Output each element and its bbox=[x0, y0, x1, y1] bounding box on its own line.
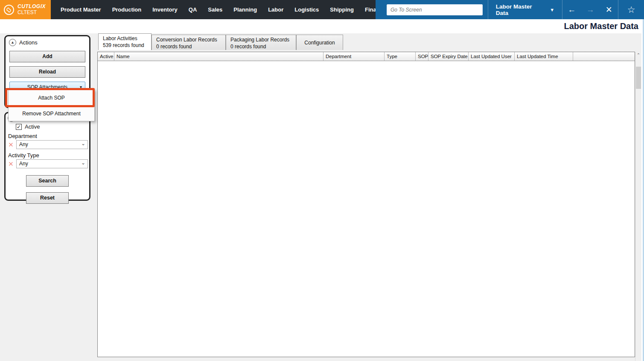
screen-selector-dropdown[interactable]: Labor Master Data ▼ bbox=[488, 0, 562, 19]
active-checkbox[interactable]: ✓ bbox=[16, 124, 22, 130]
environment-name: CLTEST bbox=[17, 10, 46, 15]
activity-type-label: Activity Type bbox=[8, 152, 89, 158]
department-select[interactable]: Any ⌄ bbox=[16, 140, 88, 149]
tab-record-count: 539 records found bbox=[103, 42, 147, 48]
app-logo: CUTLOGIX CLTEST bbox=[0, 0, 51, 19]
tab-label: Packaging Labor Records bbox=[230, 37, 291, 43]
tab-record-count: 0 records found bbox=[156, 44, 221, 50]
add-button[interactable]: Add bbox=[9, 51, 85, 62]
vertical-scrollbar[interactable]: ⌃ bbox=[635, 52, 641, 361]
department-label: Department bbox=[8, 133, 89, 139]
tab-label: Conversion Labor Records bbox=[156, 37, 221, 43]
chevron-down-icon: ⌄ bbox=[81, 159, 85, 167]
clear-department-icon[interactable]: ✕ bbox=[8, 141, 14, 149]
brand-name: CUTLOGIX bbox=[17, 4, 46, 9]
page-title: Labor Master Data bbox=[564, 21, 639, 31]
activity-type-value: Any bbox=[19, 161, 28, 167]
tab-record-count: 0 records found bbox=[230, 44, 291, 50]
tab-configuration[interactable]: Configuration bbox=[296, 35, 343, 50]
nav-item-inventory[interactable]: Inventory bbox=[147, 6, 183, 13]
column-header-last-updated-time[interactable]: Last Updated Time bbox=[515, 52, 573, 61]
scroll-up-arrow-icon[interactable]: ⌃ bbox=[635, 52, 641, 59]
actions-panel-title: Actions bbox=[19, 39, 38, 46]
close-screen-button[interactable]: ✕ bbox=[600, 5, 618, 15]
clear-activity-type-icon[interactable]: ✕ bbox=[8, 160, 14, 168]
column-header-last-updated-user[interactable]: Last Updated User bbox=[469, 52, 515, 61]
tab-labor-activities[interactable]: Labor Activities539 records found bbox=[98, 33, 152, 50]
search-button[interactable]: Search bbox=[26, 175, 69, 187]
activity-type-select[interactable]: Any ⌄ bbox=[16, 159, 88, 168]
nav-item-qa[interactable]: QA bbox=[183, 6, 203, 13]
grid-header-row: ActiveNameDepartmentTypeSOPSOP Expiry Da… bbox=[98, 52, 635, 61]
reset-button[interactable]: Reset bbox=[26, 192, 69, 204]
column-header-sop-expiry-date[interactable]: SOP Expiry Date bbox=[428, 52, 469, 61]
department-value: Any bbox=[19, 141, 28, 147]
chevron-down-icon: ⌄ bbox=[81, 140, 85, 148]
nav-item-production[interactable]: Production bbox=[107, 6, 147, 13]
favorite-star-icon[interactable]: ☆ bbox=[618, 5, 644, 15]
nav-item-product-master[interactable]: Product Master bbox=[55, 6, 107, 13]
chevron-down-icon: ▼ bbox=[550, 7, 554, 12]
tab-strip: Labor Activities539 records foundConvers… bbox=[98, 33, 343, 50]
back-button[interactable]: ← bbox=[562, 5, 581, 15]
nav-item-shipping[interactable]: Shipping bbox=[324, 6, 359, 13]
title-strip: Labor Master Data bbox=[0, 19, 644, 33]
sop-attachments-menu: Attach SOP Remove SOP Attachment bbox=[8, 89, 95, 121]
menu-item-remove-sop-attachment[interactable]: Remove SOP Attachment bbox=[9, 106, 94, 121]
tab-label: Configuration bbox=[304, 40, 335, 46]
menu-item-attach-sop[interactable]: Attach SOP bbox=[9, 90, 94, 106]
column-header-sop[interactable]: SOP bbox=[416, 52, 428, 61]
active-checkbox-label: Active bbox=[25, 123, 40, 130]
tab-packaging-labor-records[interactable]: Packaging Labor Records0 records found bbox=[226, 35, 296, 50]
nav-item-planning[interactable]: Planning bbox=[228, 6, 262, 13]
labor-activities-grid: ActiveNameDepartmentTypeSOPSOP Expiry Da… bbox=[97, 52, 635, 357]
column-header-type[interactable]: Type bbox=[385, 52, 416, 61]
top-bar: CUTLOGIX CLTEST Product MasterProduction… bbox=[0, 0, 644, 19]
nav-item-sales[interactable]: Sales bbox=[202, 6, 228, 13]
column-header-name[interactable]: Name bbox=[114, 52, 323, 61]
nav-item-labor[interactable]: Labor bbox=[262, 6, 289, 13]
screen-selector-label: Labor Master Data bbox=[496, 3, 544, 16]
scrollbar-thumb[interactable] bbox=[636, 67, 641, 89]
column-header-active[interactable]: Active bbox=[98, 52, 114, 61]
forward-button[interactable]: → bbox=[581, 5, 600, 15]
tab-label: Labor Activities bbox=[103, 35, 147, 41]
collapse-panel-icon[interactable]: ▲ bbox=[9, 39, 16, 46]
tab-conversion-labor-records[interactable]: Conversion Labor Records0 records found bbox=[152, 35, 226, 50]
top-bar-right: Labor Master Data ▼ ← → ✕ ☆ bbox=[376, 0, 644, 19]
column-header-department[interactable]: Department bbox=[323, 52, 385, 61]
reload-button[interactable]: Reload bbox=[9, 66, 85, 78]
nav-item-logistics[interactable]: Logistics bbox=[289, 6, 324, 13]
window-edge bbox=[641, 19, 644, 361]
goto-screen-input[interactable] bbox=[387, 4, 483, 15]
brand-brain-icon bbox=[3, 4, 15, 16]
filter-panel: ▲ ✓ Active Department ✕ Any ⌄ Activity T… bbox=[4, 112, 90, 201]
